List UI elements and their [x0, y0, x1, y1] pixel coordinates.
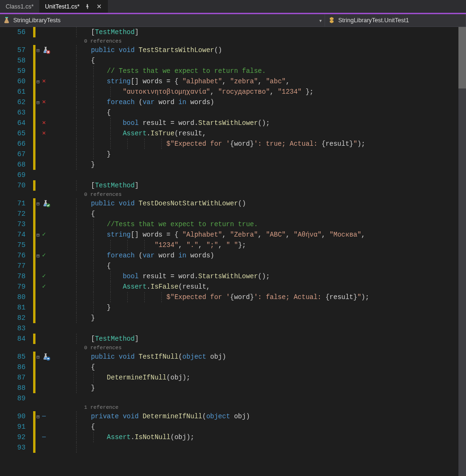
code-text: foreach (var word in words) [59, 250, 214, 261]
gutter-marks [35, 261, 59, 271]
code-line[interactable]: 90⊟— private void DetermineIfNull(object… [0, 411, 458, 422]
fold-toggle-icon[interactable]: ⊟ [35, 48, 41, 53]
line-number: 85 [0, 352, 33, 362]
close-icon[interactable] [96, 3, 102, 10]
code-line[interactable]: 78✓ bool result = word.StartsWithLower()… [0, 271, 458, 282]
gutter-marks: ⊟— [35, 411, 59, 422]
code-line[interactable]: 73 //Tests that we expect to return true… [0, 219, 458, 229]
code-line[interactable]: 79✓ Assert.IsFalse(result, [0, 282, 458, 292]
fold-toggle-icon[interactable]: ⊟ [35, 253, 41, 258]
code-line[interactable]: 68 } [0, 159, 458, 170]
tab-unittest1[interactable]: UnitTest1.cs* [39, 0, 108, 13]
fold-toggle-icon[interactable]: ⊟ [35, 201, 41, 206]
gutter-marks [35, 55, 59, 66]
navigation-bar: StringLibraryTests ▾ StringLibraryTest.U… [0, 14, 466, 27]
code-line[interactable]: 83 [0, 323, 458, 334]
code-line[interactable]: 58 { [0, 55, 458, 66]
fold-toggle-icon[interactable]: ⊟ [35, 354, 41, 360]
code-text: Assert.IsTrue(result, [59, 128, 206, 139]
code-line[interactable]: 89 [0, 393, 458, 404]
code-text: string[] words = { "Alphabet", "Zebra", … [59, 229, 365, 240]
line-number: 91 [0, 422, 33, 432]
test-fail-icon: ✕ [42, 76, 46, 87]
nav-type-dropdown[interactable]: StringLibraryTest.UnitTest1 [325, 14, 466, 26]
pin-icon[interactable] [84, 3, 91, 10]
code-text: DetermineIfNull(obj); [59, 372, 190, 383]
gutter-marks: ⊟ [35, 45, 59, 55]
scrollbar-thumb[interactable] [458, 27, 466, 88]
code-line[interactable]: 92— Assert.IsNotNull(obj); [0, 432, 458, 442]
codelens-label[interactable]: 0 references [59, 191, 122, 198]
code-line[interactable]: 85⊟ public void TestIfNull(object obj) [0, 352, 458, 362]
line-number: 75 [0, 240, 33, 250]
fold-toggle-icon[interactable]: ⊟ [35, 100, 41, 105]
code-text: bool result = word.StartsWithLower(); [59, 271, 270, 282]
code-text: { [59, 422, 95, 432]
code-line[interactable]: 70 [TestMethod] [0, 180, 458, 191]
code-text: } [59, 159, 95, 170]
test-flask-icon[interactable] [42, 200, 51, 207]
code-line[interactable]: 75 "1234", ".", ";", " "}; [0, 240, 458, 250]
test-flask-icon[interactable] [42, 46, 51, 54]
gutter-marks [35, 422, 59, 432]
gutter-marks: ✕ [35, 128, 59, 139]
line-number: 59 [0, 66, 33, 76]
line-number: 86 [0, 362, 33, 372]
code-text: [TestMethod] [59, 180, 139, 191]
svg-rect-4 [47, 358, 49, 359]
code-text: } [59, 149, 111, 159]
code-line[interactable]: 0 references [0, 191, 458, 198]
code-text [59, 442, 91, 453]
code-line[interactable]: 93 [0, 442, 458, 453]
code-line[interactable]: 87 DetermineIfNull(obj); [0, 372, 458, 383]
test-flask-icon[interactable] [42, 353, 51, 361]
code-line[interactable]: 91 { [0, 422, 458, 432]
code-line[interactable]: 82 } [0, 313, 458, 323]
code-line[interactable]: 81 } [0, 302, 458, 313]
gutter-marks [35, 442, 59, 453]
code-line[interactable]: 64✕ bool result = word.StartsWithLower()… [0, 118, 458, 128]
code-line[interactable]: 56 [TestMethod] [0, 27, 458, 37]
fold-toggle-icon[interactable]: ⊟ [35, 79, 41, 84]
fold-toggle-icon[interactable]: ⊟ [35, 232, 41, 238]
code-line[interactable]: 65✕ Assert.IsTrue(result, [0, 128, 458, 139]
code-line[interactable]: 72 { [0, 209, 458, 219]
code-line[interactable]: 71⊟ public void TestDoesNotStartWithLowe… [0, 198, 458, 209]
code-line[interactable]: 63 { [0, 107, 458, 118]
code-line[interactable]: 0 references [0, 344, 458, 352]
code-line[interactable]: 84 [TestMethod] [0, 334, 458, 344]
code-text: { [59, 55, 95, 66]
tab-label: Class1.cs* [6, 3, 34, 10]
code-editor[interactable]: 56 [TestMethod] 0 references57⊟ public v… [0, 27, 466, 476]
tab-class1[interactable]: Class1.cs* [0, 0, 39, 13]
code-line[interactable]: 61 "αυτοκινητοβιομηχανία", "государство"… [0, 87, 458, 97]
code-line[interactable]: 67 } [0, 149, 458, 159]
nav-project-label: StringLibraryTests [13, 17, 61, 24]
codelens-label[interactable]: 0 references [59, 37, 122, 45]
fold-toggle-icon[interactable]: ⊟ [35, 414, 41, 419]
codelens-label[interactable]: 0 references [59, 344, 122, 352]
code-line[interactable]: 74⊟✓ string[] words = { "Alphabet", "Zeb… [0, 229, 458, 240]
chevron-down-icon: ▾ [319, 18, 322, 23]
nav-project-dropdown[interactable]: StringLibraryTests ▾ [0, 14, 325, 26]
gutter-marks: ⊟✕ [35, 76, 59, 87]
gutter-marks [35, 292, 59, 302]
gutter-marks [35, 240, 59, 250]
code-text: foreach (var word in words) [59, 97, 214, 107]
code-line[interactable]: 1 reference [0, 404, 458, 411]
code-line[interactable]: 62⊟✕ foreach (var word in words) [0, 97, 458, 107]
code-line[interactable]: 88 } [0, 383, 458, 393]
code-line[interactable]: 77 { [0, 261, 458, 271]
code-line[interactable]: 66 $"Expected for '{word}': true; Actual… [0, 139, 458, 149]
code-line[interactable]: 76⊟✓ foreach (var word in words) [0, 250, 458, 261]
code-line[interactable]: 57⊟ public void TestStartsWithLower() [0, 45, 458, 55]
code-line[interactable]: 60⊟✕ string[] words = { "alphabet", "zeb… [0, 76, 458, 87]
vertical-scrollbar[interactable] [458, 27, 466, 476]
code-line[interactable]: 59 // Tests that we expect to return fal… [0, 66, 458, 76]
code-line[interactable]: 69 [0, 170, 458, 180]
code-line[interactable]: 80 $"Expected for '{word}': false; Actua… [0, 292, 458, 302]
code-line[interactable]: 86 { [0, 362, 458, 372]
code-text: Assert.IsFalse(result, [59, 282, 210, 292]
code-line[interactable]: 0 references [0, 37, 458, 45]
codelens-label[interactable]: 1 reference [59, 404, 118, 411]
